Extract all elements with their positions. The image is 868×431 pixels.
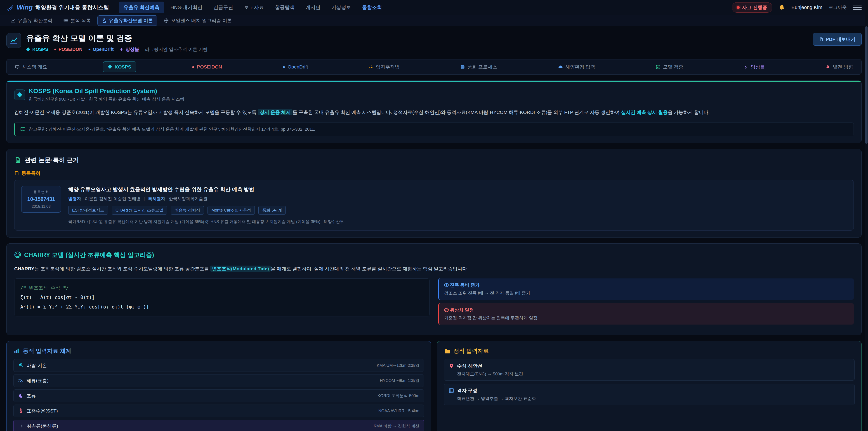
- monitor-icon: [15, 65, 20, 69]
- wave-icon: [18, 378, 24, 383]
- page-header: 유출유 확산 모델 이론 및 검증 ◆KOSPS ●POSEIDON ●Open…: [6, 33, 862, 53]
- check-square-icon: [656, 65, 660, 69]
- dynamic-row-wind-temp: 바람·기온 KMA UM·~12km·2회/일: [13, 359, 424, 372]
- nav-item-emergency-rescue[interactable]: 긴급구난: [209, 2, 238, 13]
- book-icon: [20, 127, 26, 132]
- dynamic-row-wdc: 취송류(풍성류) KMA 바람 → 경험식 계산: [13, 420, 424, 431]
- chart-line-icon: [11, 18, 16, 23]
- dynamic-row-current: 해류(표층) HYCOM·~9km·1회/일: [13, 374, 424, 387]
- static-input-header: 정적 입력자료: [444, 347, 855, 355]
- kosps-diamond-icon: ◆: [14, 90, 25, 100]
- section-item-particle-tracking[interactable]: 입자추적법: [364, 61, 404, 72]
- nav-item-board[interactable]: 게시판: [301, 2, 325, 13]
- section-nav: 시스템 개요 ◆ KOSPS ● POSEIDON ● OpenDrift 입자…: [6, 59, 862, 74]
- list-icon: [63, 18, 68, 23]
- globe-icon: [164, 18, 169, 23]
- rocket-icon: [826, 65, 830, 69]
- bell-icon[interactable]: [779, 4, 785, 11]
- dot-icon: ●: [283, 64, 285, 69]
- amplitude-note: ① 진폭 동비 증가 검조소 조위 진폭 f배 → 전 격자 동일 f배 증가: [438, 278, 854, 300]
- dot-icon: ●: [192, 64, 194, 69]
- diamond-icon: ◆: [108, 64, 112, 70]
- dynamic-row-sst: 표층수온(SST) NOAA AVHRR·~5.4km: [13, 405, 424, 417]
- tab-oil-fence-algorithm-theory[interactable]: 오일펜스 배치 알고리즘 이론: [160, 16, 237, 26]
- static-item-grid: 격자 구성 좌표변환 → 영역추출 → 격자보간 표준화: [444, 384, 855, 405]
- status-dot-icon: [737, 6, 740, 9]
- highlight-modulated-tide: 변조조석(Modulated Tide): [210, 266, 271, 272]
- patent-number: 10-1567431: [26, 196, 57, 202]
- nav-item-hns-atmospheric[interactable]: HNS·대기확산: [166, 2, 207, 13]
- topbar: Wing 해양환경 위기대응 통합시스템 유출유 확산예측 HNS·대기확산 긴…: [0, 0, 868, 15]
- papers-header: 관련 논문·특허 근거: [14, 156, 854, 164]
- model-badge-row: ◆KOSPS ●POSEIDON ●OpenDrift 앙상블 라그랑지안 입자…: [26, 46, 208, 53]
- tab-diffusion-analysis[interactable]: 유출유 확산분석: [6, 16, 57, 26]
- subtitle-note: 라그랑지안 입자추적 이론 기반: [145, 46, 208, 53]
- badge-kosps: ◆KOSPS: [26, 47, 48, 52]
- nav-item-integrated-search[interactable]: 통합조회: [358, 2, 386, 13]
- papers-section: 관련 논문·특허 근거 등록특허 등록번호 10-1567431 2015.11…: [6, 149, 862, 238]
- patent-type-label: 등록특허: [14, 170, 854, 176]
- pdf-doc-icon: [819, 37, 824, 41]
- section-item-ocean-environment-input[interactable]: 해양환경 입력: [553, 61, 600, 72]
- badge-ensemble: 앙상블: [120, 46, 139, 53]
- brand[interactable]: Wing 해양환경 위기대응 통합시스템: [6, 4, 109, 11]
- thermometer-icon: [18, 408, 24, 413]
- scrollbar[interactable]: [865, 0, 868, 431]
- formula-zeta: ζ(t) = A(t) cos[σt - θ(t)]: [20, 293, 424, 302]
- section-item-kosps[interactable]: ◆ KOSPS: [103, 61, 136, 72]
- logout-link[interactable]: 로그아웃: [829, 4, 847, 10]
- badge-opendrift: ●OpenDrift: [88, 47, 114, 52]
- nav-item-reports[interactable]: 보고자료: [240, 2, 269, 13]
- section-item-opendrift[interactable]: ● OpenDrift: [278, 62, 313, 72]
- section-item-system-overview[interactable]: 시스템 개요: [10, 61, 52, 72]
- page-content: 유출유 확산 모델 이론 및 검증 ◆KOSPS ●POSEIDON ●Open…: [0, 26, 868, 431]
- dynamic-row-tide: 조류 KORDI 조화분석·500m: [13, 390, 424, 402]
- tag-monte-carlo: Monte Carlo 입자추적: [208, 206, 255, 215]
- nav-item-oil-spill-prediction[interactable]: 유출유 확산예측: [119, 2, 164, 13]
- clipboard-icon: [14, 171, 19, 176]
- topbar-right: 사고 진행중 Eunjeong Kim 로그아웃: [732, 2, 862, 13]
- patent-date: 2015.11.03: [26, 204, 57, 209]
- tag-wdc-formula: 취송류 경험식: [170, 206, 204, 215]
- kosps-subtitle: 한국해양연구원(KORDI) 개발 · 한국 해역 특화 유출유 확산 예측 상…: [29, 96, 184, 102]
- diamond-icon: ◆: [26, 47, 30, 52]
- tag-esi-map: ESI 방제정보지도: [68, 206, 108, 215]
- papers-title: 관련 논문·특허 근거: [25, 156, 79, 164]
- brand-name: Wing: [17, 4, 33, 11]
- main-nav: 유출유 확산예측 HNS·대기확산 긴급구난 보고자료 항공탐색 게시판 기상정…: [119, 2, 386, 13]
- highlight-realtime-use: 실시간 예측 상시 활용: [621, 110, 668, 115]
- charry-paragraph: CHARRY는 조화분석에 의한 검조소 실시간 조위와 조석 수치모델링에 의…: [14, 265, 854, 273]
- moon-icon: [18, 393, 24, 398]
- layers-icon: [460, 65, 465, 69]
- reference-box: 참고문헌: 김혜진·이문진·오세웅·강준호, "유출유 확산 예측 모델의 상시…: [14, 123, 854, 136]
- cloud-icon: [558, 64, 563, 69]
- section-item-model-validation[interactable]: 모델 검증: [651, 61, 688, 72]
- menu-icon[interactable]: [853, 5, 862, 10]
- patent-title: 해양 유류오염사고 발생시 효율적인 방제방안 수립을 위한 유출유 확산 예측…: [68, 186, 344, 193]
- section-item-weathering-process[interactable]: 풍화 프로세스: [456, 61, 502, 72]
- grid-icon: [449, 388, 454, 393]
- section-item-future-direction[interactable]: 발전 방향: [821, 61, 858, 72]
- brand-title: 해양환경 위기대응 통합시스템: [35, 4, 109, 11]
- target-icon: ◎: [14, 250, 21, 260]
- tab-label: 분석 목록: [70, 18, 91, 24]
- user-name: Eunjeong Kim: [792, 4, 822, 10]
- patent-card: 등록번호 10-1567431 2015.11.03 해양 유류오염사고 발생시…: [14, 180, 854, 230]
- static-input-section: 정적 입력자료 수심·해안선 전자해도(ENC) → 500m 격자 보간 격자…: [437, 341, 862, 431]
- section-item-ensemble[interactable]: 앙상블: [739, 61, 770, 72]
- bolt-icon: [744, 65, 748, 69]
- tab-analysis-list[interactable]: 분석 목록: [59, 16, 95, 26]
- nav-item-weather[interactable]: 기상정보: [327, 2, 356, 13]
- incident-status-badge[interactable]: 사고 진행중: [732, 2, 772, 13]
- nav-item-aerial-search[interactable]: 항공탐색: [270, 2, 299, 13]
- scrollbar-thumb[interactable]: [865, 26, 868, 144]
- reference-text: 참고문헌: 김혜진·이문진·오세웅·강준호, "유출유 확산 예측 모델의 상시…: [29, 126, 315, 132]
- bar-chart-icon: [13, 348, 20, 354]
- tab-model-theory[interactable]: 유출유확산모델 이론: [97, 16, 157, 26]
- static-item-bathymetry: 수심·해안선 전자해도(ENC) → 500m 격자 보간: [444, 359, 855, 380]
- pdf-export-button[interactable]: PDF 내보내기: [813, 33, 862, 45]
- wing-logo-icon: [6, 4, 14, 11]
- section-item-poseidon[interactable]: ● POSEIDON: [187, 62, 227, 72]
- patent-number-box: 등록번호 10-1567431 2015.11.03: [21, 186, 61, 213]
- title-block: 유출유 확산 모델 이론 및 검증 ◆KOSPS ●POSEIDON ●Open…: [26, 33, 208, 53]
